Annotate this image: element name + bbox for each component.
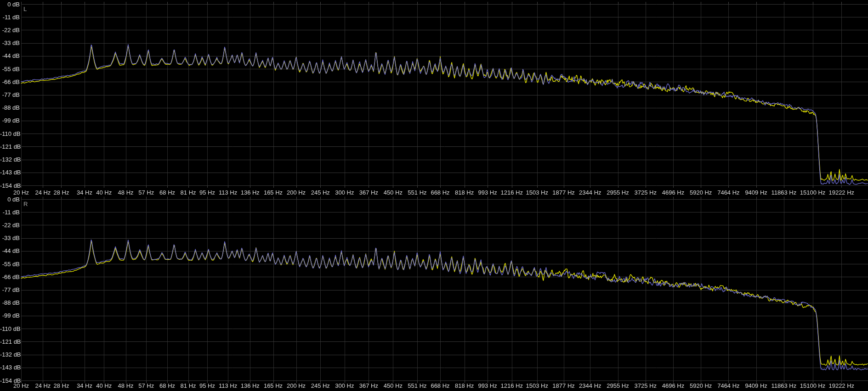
db-tick-label: -132 dB bbox=[0, 351, 20, 358]
db-tick-label: -55 dB bbox=[0, 66, 20, 73]
db-tick-label: -55 dB bbox=[0, 261, 20, 268]
db-tick-label: -66 dB bbox=[0, 78, 20, 85]
db-tick-label: -143 dB bbox=[0, 364, 20, 371]
db-tick-label: 0 dB bbox=[0, 1, 20, 8]
db-tick-label: -77 dB bbox=[0, 91, 20, 98]
db-tick-label: -77 dB bbox=[0, 286, 20, 293]
channel-label-right: R bbox=[23, 201, 28, 207]
db-tick-label: -22 dB bbox=[0, 27, 20, 34]
db-tick-label: -110 dB bbox=[0, 130, 20, 137]
db-tick-label: -44 dB bbox=[0, 52, 20, 59]
db-tick-label: -110 dB bbox=[0, 325, 20, 332]
db-tick-label: 0 dB bbox=[0, 196, 20, 203]
freq-tick-label: 19222 Hz bbox=[824, 189, 859, 196]
db-tick-label: -44 dB bbox=[0, 247, 20, 254]
db-tick-label: -88 dB bbox=[0, 104, 20, 111]
db-tick-label: -99 dB bbox=[0, 117, 20, 124]
db-tick-label: -11 dB bbox=[0, 14, 20, 21]
db-tick-label: -66 dB bbox=[0, 274, 20, 280]
channel-label-left: L bbox=[23, 6, 27, 12]
db-tick-label: -33 dB bbox=[0, 235, 20, 241]
db-tick-label: -154 dB bbox=[0, 182, 20, 189]
db-tick-label: -121 dB bbox=[0, 338, 20, 345]
db-tick-label: -132 dB bbox=[0, 156, 20, 163]
db-tick-label: -11 dB bbox=[0, 209, 20, 216]
db-tick-label: -143 dB bbox=[0, 169, 20, 176]
db-tick-label: -22 dB bbox=[0, 222, 20, 229]
db-tick-label: -99 dB bbox=[0, 312, 20, 319]
spectrum-analyzer-window: L R 0 dB-11 dB-22 dB-33 dB-44 dB-55 dB-6… bbox=[0, 0, 868, 391]
freq-tick-label: 19222 Hz bbox=[824, 382, 859, 389]
db-tick-label: -88 dB bbox=[0, 299, 20, 306]
db-tick-label: -121 dB bbox=[0, 143, 20, 150]
db-tick-label: -33 dB bbox=[0, 39, 20, 46]
